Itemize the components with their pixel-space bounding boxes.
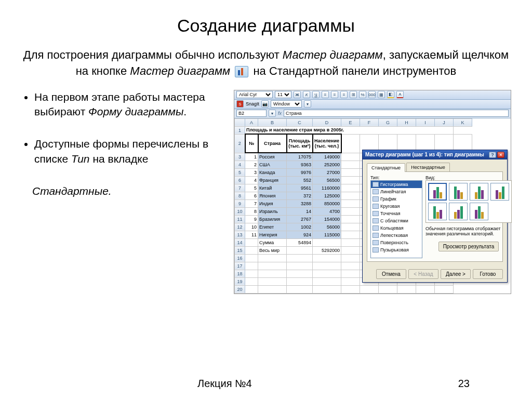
chart-type-item[interactable]: Поверхность bbox=[371, 239, 422, 246]
cell[interactable]: Япония bbox=[258, 192, 287, 200]
cell[interactable]: 27000 bbox=[313, 168, 341, 176]
cancel-button[interactable]: Отмена bbox=[376, 269, 406, 279]
help-button[interactable]: ? bbox=[489, 152, 496, 158]
font-name-select[interactable]: Arial Cyr bbox=[236, 91, 273, 98]
tab-custom[interactable]: Нестандартные bbox=[406, 163, 450, 171]
cell[interactable]: 372 bbox=[287, 192, 313, 200]
col-header-G[interactable]: G bbox=[379, 118, 397, 126]
cell[interactable]: 4700 bbox=[313, 207, 341, 215]
close-button[interactable]: × bbox=[497, 152, 504, 158]
subtype-3[interactable] bbox=[470, 183, 488, 201]
cell[interactable]: 7 bbox=[245, 200, 258, 207]
cell[interactable]: 2 bbox=[245, 161, 258, 168]
cell[interactable]: 8 bbox=[245, 207, 258, 215]
cell[interactable]: 9561 bbox=[287, 184, 313, 192]
merge-button[interactable]: ⊞ bbox=[350, 91, 357, 98]
cell[interactable]: 252000 bbox=[313, 161, 341, 168]
cell[interactable]: 56000 bbox=[313, 223, 341, 231]
cell[interactable]: Индия bbox=[258, 200, 287, 207]
col-header-F[interactable]: F bbox=[360, 118, 379, 126]
finish-button[interactable]: Готово bbox=[473, 269, 503, 279]
cell[interactable]: 3 bbox=[245, 168, 258, 176]
chart-subtype-grid[interactable] bbox=[425, 180, 512, 223]
back-button[interactable]: < Назад bbox=[408, 269, 438, 279]
chart-type-item[interactable]: Круговая bbox=[371, 203, 422, 210]
align-left-button[interactable]: ≡ bbox=[322, 91, 329, 98]
cell[interactable]: 850000 bbox=[313, 200, 341, 207]
cell[interactable]: 1 bbox=[245, 153, 258, 161]
cell[interactable]: 4 bbox=[245, 176, 258, 184]
fx-icon[interactable]: fx bbox=[278, 111, 282, 116]
col-header-H[interactable]: H bbox=[397, 118, 416, 126]
chart-type-item[interactable]: Кольцевая bbox=[371, 224, 422, 232]
col-header-E[interactable]: E bbox=[341, 118, 360, 126]
font-color-button[interactable]: A bbox=[396, 91, 404, 98]
comma-button[interactable]: 000 bbox=[368, 91, 376, 98]
subtype-6[interactable] bbox=[449, 203, 468, 220]
preview-button[interactable]: Просмотр результата bbox=[438, 242, 499, 251]
italic-button[interactable]: К bbox=[303, 91, 310, 98]
snagit-icon[interactable]: S bbox=[236, 100, 244, 108]
cell[interactable]: 125000 bbox=[313, 192, 341, 200]
cell[interactable]: 1160000 bbox=[313, 184, 341, 192]
col-header-C[interactable]: C bbox=[287, 118, 313, 126]
subtype-7[interactable] bbox=[470, 203, 488, 220]
cell[interactable]: 1002 bbox=[287, 223, 313, 231]
chart-type-item[interactable]: Гистограмма bbox=[371, 181, 422, 188]
cell[interactable]: Канада bbox=[258, 168, 287, 176]
cell[interactable]: Россия bbox=[258, 153, 287, 161]
chart-type-item[interactable]: График bbox=[371, 195, 422, 203]
name-box-dropdown[interactable]: ▾ bbox=[269, 110, 276, 117]
cell[interactable]: Бразилия bbox=[258, 215, 287, 223]
currency-button[interactable]: % bbox=[359, 91, 366, 98]
dialog-titlebar[interactable]: Мастер диаграмм (шаг 1 из 4): тип диагра… bbox=[363, 150, 507, 159]
subtype-5[interactable] bbox=[428, 203, 447, 220]
chart-type-item[interactable]: Пузырьковая bbox=[371, 246, 422, 254]
bold-button[interactable]: Ж bbox=[294, 91, 301, 98]
formula-bar[interactable]: Страна bbox=[284, 110, 509, 117]
cell[interactable]: 149000 bbox=[313, 153, 341, 161]
cell[interactable]: 6 bbox=[245, 192, 258, 200]
align-center-button[interactable]: ≡ bbox=[331, 91, 338, 98]
underline-button[interactable]: Ч bbox=[312, 91, 320, 98]
cell[interactable]: 924 bbox=[287, 231, 313, 238]
cell[interactable]: Израиль bbox=[258, 207, 287, 215]
fill-color-button[interactable]: ◧ bbox=[387, 91, 394, 98]
cell[interactable]: 56500 bbox=[313, 176, 341, 184]
cell[interactable]: Египет bbox=[258, 223, 287, 231]
subtype-1[interactable] bbox=[428, 183, 447, 201]
subtype-4[interactable] bbox=[490, 183, 509, 201]
borders-button[interactable]: ▦ bbox=[378, 91, 385, 98]
cell[interactable]: 3288 bbox=[287, 200, 313, 207]
snagit-dropdown[interactable]: ▾ bbox=[304, 100, 311, 108]
cell[interactable]: Нигерия bbox=[258, 231, 287, 238]
snagit-target-select[interactable]: Window bbox=[271, 100, 302, 108]
cell[interactable]: 14 bbox=[287, 207, 313, 215]
align-right-button[interactable]: ≡ bbox=[340, 91, 348, 98]
col-header-B[interactable]: B bbox=[258, 118, 287, 126]
cell[interactable]: 9976 bbox=[287, 168, 313, 176]
cell[interactable]: США bbox=[258, 161, 287, 168]
tab-standard[interactable]: Стандартные bbox=[367, 163, 405, 172]
font-size-select[interactable]: 11 bbox=[275, 91, 291, 98]
chart-type-item[interactable]: Лепестковая bbox=[371, 232, 422, 239]
cell[interactable]: 11 bbox=[245, 231, 258, 238]
cell[interactable]: Китай bbox=[258, 184, 287, 192]
cell[interactable]: 10 bbox=[245, 223, 258, 231]
select-all[interactable] bbox=[235, 118, 245, 126]
col-header-A[interactable]: A bbox=[245, 118, 258, 126]
col-header-K[interactable]: K bbox=[454, 118, 472, 126]
col-header-I[interactable]: I bbox=[416, 118, 435, 126]
cell[interactable]: 9363 bbox=[287, 161, 313, 168]
cell[interactable]: 154000 bbox=[313, 215, 341, 223]
subtype-2[interactable] bbox=[449, 183, 468, 201]
cell[interactable]: 115000 bbox=[313, 231, 341, 238]
cell[interactable]: 17075 bbox=[287, 153, 313, 161]
chart-type-item[interactable]: Линейчатая bbox=[371, 188, 422, 195]
chart-type-item[interactable]: Точечная bbox=[371, 210, 422, 217]
name-box[interactable]: B2 bbox=[236, 110, 267, 117]
cell[interactable]: 552 bbox=[287, 176, 313, 184]
cell[interactable]: 5 bbox=[245, 184, 258, 192]
snagit-capture-button[interactable]: 📷 bbox=[261, 100, 269, 108]
col-header-D[interactable]: D bbox=[313, 118, 341, 126]
